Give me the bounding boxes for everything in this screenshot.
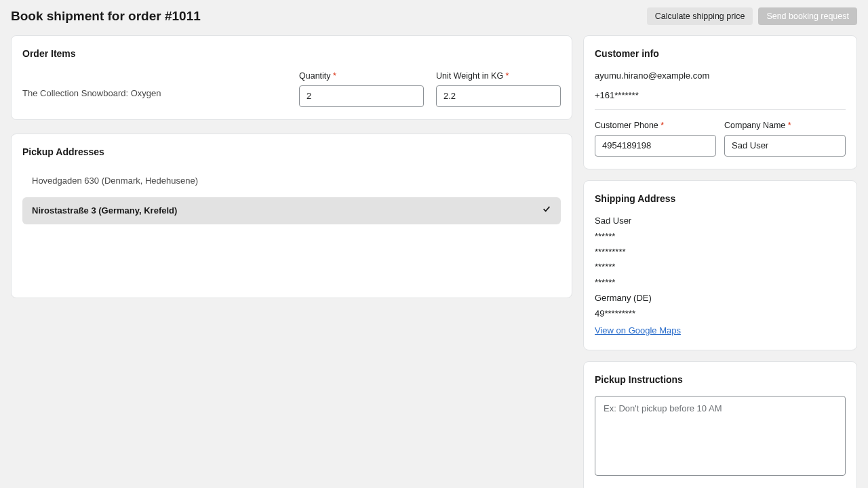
pickup-addresses-title: Pickup Addresses xyxy=(22,145,561,159)
check-icon xyxy=(542,204,551,218)
pickup-address-option[interactable]: Nirostastraße 3 (Germany, Krefeld) xyxy=(22,197,561,224)
order-items-title: Order Items xyxy=(22,47,561,60)
shipping-line: ****** xyxy=(595,277,846,289)
quantity-input[interactable] xyxy=(299,85,424,107)
customer-info-card: Customer info ayumu.hirano@example.com +… xyxy=(583,35,857,169)
customer-email: ayumu.hirano@example.com xyxy=(595,70,846,83)
order-items-card: Order Items The Collection Snowboard: Ox… xyxy=(11,35,572,120)
send-booking-button: Send booking request xyxy=(758,7,857,25)
customer-info-title: Customer info xyxy=(595,47,846,60)
shipping-line: ****** xyxy=(595,261,846,274)
page-title: Book shipment for order #1011 xyxy=(11,7,201,26)
pickup-instructions-input[interactable] xyxy=(595,396,846,476)
quantity-label: Quantity * xyxy=(299,70,424,82)
order-item-name: The Collection Snowboard: Oxygen xyxy=(22,87,287,107)
shipping-line: Germany (DE) xyxy=(595,292,846,305)
customer-phone-masked: +161******* xyxy=(595,89,846,102)
weight-input[interactable] xyxy=(436,85,561,107)
company-name-label: Company Name * xyxy=(724,119,846,131)
shipping-address-title: Shipping Address xyxy=(595,192,846,205)
weight-label: Unit Weight in KG * xyxy=(436,70,561,82)
view-on-maps-link[interactable]: View on Google Maps xyxy=(595,325,681,336)
customer-phone-input[interactable] xyxy=(595,135,716,157)
pickup-address-option[interactable] xyxy=(22,256,561,283)
pickup-address-option[interactable]: Hovedgaden 630 (Denmark, Hedehusene) xyxy=(22,168,561,195)
shipping-line: Sad User xyxy=(595,215,846,228)
calculate-price-button[interactable]: Calculate shipping price xyxy=(647,7,753,25)
pickup-instructions-card: Pickup Instructions xyxy=(583,361,857,488)
pickup-addresses-card: Pickup Addresses Hovedgaden 630 (Denmark… xyxy=(11,134,572,298)
shipping-line: ****** xyxy=(595,230,846,243)
shipping-line: ********* xyxy=(595,246,846,259)
company-name-input[interactable] xyxy=(724,135,846,157)
customer-phone-label: Customer Phone * xyxy=(595,119,716,131)
shipping-line: 49********* xyxy=(595,308,846,321)
shipping-address-card: Shipping Address Sad User ****** *******… xyxy=(583,180,857,350)
pickup-instructions-title: Pickup Instructions xyxy=(595,373,846,386)
pickup-address-option[interactable] xyxy=(22,227,561,253)
